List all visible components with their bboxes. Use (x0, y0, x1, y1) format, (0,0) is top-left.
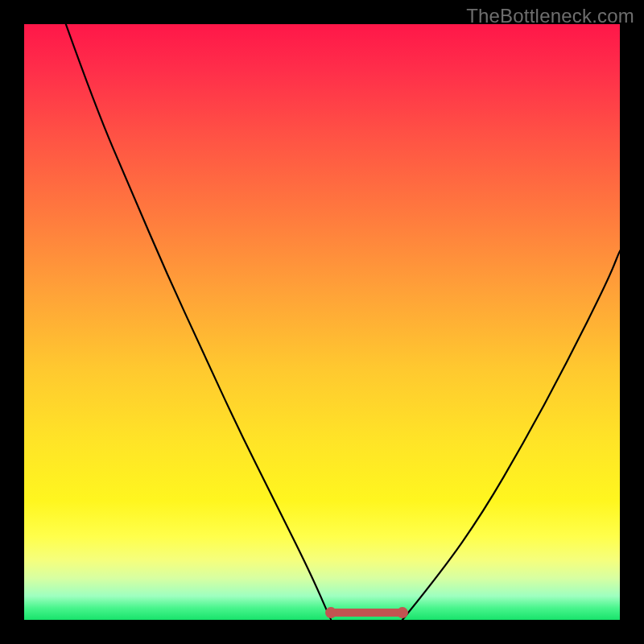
flat-start-dot (325, 607, 336, 618)
left-curve (66, 24, 331, 620)
flat-end-dot (397, 607, 408, 618)
chart-frame: TheBottleneck.com (0, 0, 644, 644)
plot-area (24, 24, 620, 620)
curve-layer (24, 24, 620, 620)
watermark-text: TheBottleneck.com (466, 5, 634, 27)
right-curve (402, 250, 620, 620)
